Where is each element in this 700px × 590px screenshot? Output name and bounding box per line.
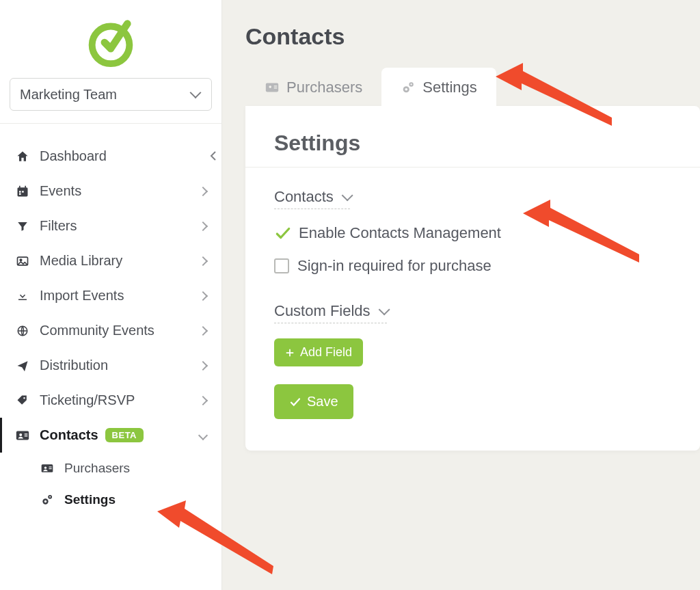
sidebar-item-community-events[interactable]: Community Events bbox=[0, 313, 221, 348]
logo-icon bbox=[85, 16, 137, 68]
sidebar-item-label: Community Events bbox=[40, 323, 154, 338]
section-label: Custom Fields bbox=[274, 302, 371, 320]
option-signin-required[interactable]: Sign-in required for purchase bbox=[274, 257, 671, 275]
subnav-item-label: Settings bbox=[64, 492, 116, 507]
svg-rect-7 bbox=[19, 193, 21, 195]
sidebar-item-dashboard[interactable]: Dashboard bbox=[0, 139, 221, 174]
plus-icon bbox=[285, 348, 295, 358]
id-card-icon bbox=[40, 461, 55, 476]
filter-icon bbox=[15, 219, 30, 234]
svg-point-9 bbox=[20, 259, 22, 261]
chevron-down-icon bbox=[378, 304, 390, 315]
svg-rect-18 bbox=[49, 468, 52, 469]
tab-purchasers[interactable]: Purchasers bbox=[245, 68, 381, 106]
subnav-item-label: Purchasers bbox=[64, 461, 130, 476]
svg-rect-5 bbox=[19, 191, 21, 193]
gear-icon bbox=[401, 80, 416, 95]
team-select[interactable]: Marketing Team bbox=[10, 78, 212, 111]
svg-point-28 bbox=[405, 88, 408, 91]
option-enable-contacts[interactable]: Enable Contacts Management bbox=[274, 224, 671, 242]
svg-point-24 bbox=[269, 85, 271, 88]
section-label: Contacts bbox=[274, 188, 334, 206]
contacts-subnav: Purchasers Settings bbox=[0, 453, 221, 515]
sidebar-item-ticketing[interactable]: Ticketing/RSVP bbox=[0, 383, 221, 418]
sidebar-item-label: Events bbox=[40, 183, 81, 199]
chevron-down-icon bbox=[198, 430, 208, 440]
chevron-right-icon bbox=[198, 325, 208, 335]
add-field-button[interactable]: Add Field bbox=[274, 338, 363, 366]
chevron-right-icon bbox=[198, 221, 208, 230]
chevron-down-icon bbox=[341, 189, 353, 201]
checkmark-icon bbox=[274, 224, 292, 242]
svg-rect-6 bbox=[22, 191, 24, 193]
sidebar-item-label: Contacts bbox=[40, 427, 98, 443]
sidebar-item-events[interactable]: Events bbox=[0, 174, 221, 209]
settings-panel: Settings Contacts Enable Contacts Manage… bbox=[245, 106, 700, 451]
subnav-item-settings[interactable]: Settings bbox=[25, 484, 221, 515]
option-label: Enable Contacts Management bbox=[299, 224, 501, 242]
svg-point-20 bbox=[44, 500, 46, 502]
sidebar-item-label: Ticketing/RSVP bbox=[40, 392, 135, 408]
svg-rect-25 bbox=[274, 85, 278, 86]
main-content: Contacts Purchasers Settings Settings Co… bbox=[222, 0, 700, 590]
sidebar-item-label: Filters bbox=[40, 218, 77, 234]
sidebar-item-label: Import Events bbox=[40, 288, 124, 304]
id-card-icon bbox=[265, 80, 280, 95]
tag-icon bbox=[15, 393, 30, 408]
svg-point-22 bbox=[49, 496, 51, 498]
section-contacts-toggle[interactable]: Contacts bbox=[274, 188, 350, 209]
sidebar-item-contacts[interactable]: Contacts BETA bbox=[0, 418, 221, 453]
sidebar-item-media-library[interactable]: Media Library bbox=[0, 243, 221, 278]
tab-label: Purchasers bbox=[286, 79, 362, 96]
tab-settings[interactable]: Settings bbox=[381, 68, 496, 106]
gear-icon bbox=[40, 492, 55, 507]
globe-icon bbox=[15, 323, 30, 338]
sidebar-item-label: Media Library bbox=[40, 253, 122, 269]
button-label: Add Field bbox=[300, 345, 352, 360]
tab-label: Settings bbox=[422, 79, 477, 96]
sidebar-item-filters[interactable]: Filters bbox=[0, 209, 221, 243]
svg-point-30 bbox=[411, 83, 412, 85]
calendar-icon bbox=[15, 184, 30, 199]
button-label: Save bbox=[307, 394, 338, 410]
chevron-right-icon bbox=[198, 395, 208, 405]
sidebar-item-label: Dashboard bbox=[40, 148, 107, 164]
option-label: Sign-in required for purchase bbox=[297, 257, 492, 275]
id-card-icon bbox=[15, 428, 30, 443]
image-icon bbox=[15, 254, 30, 269]
svg-rect-13 bbox=[25, 433, 28, 434]
sidebar: Marketing Team Dashboard Events bbox=[0, 0, 222, 590]
panel-title: Settings bbox=[274, 131, 671, 156]
section-custom-fields-toggle[interactable]: Custom Fields bbox=[274, 302, 387, 323]
chevron-right-icon bbox=[198, 186, 208, 196]
save-button[interactable]: Save bbox=[274, 384, 353, 419]
home-icon bbox=[15, 149, 30, 164]
main-nav: Dashboard Events Filters Media Library bbox=[0, 124, 221, 515]
beta-badge: BETA bbox=[105, 428, 144, 442]
sidebar-item-distribution[interactable]: Distribution bbox=[0, 348, 221, 383]
subnav-item-purchasers[interactable]: Purchasers bbox=[25, 453, 221, 484]
chevron-right-icon bbox=[198, 256, 208, 265]
page-title: Contacts bbox=[245, 23, 700, 50]
svg-rect-26 bbox=[274, 88, 278, 88]
sidebar-item-import-events[interactable]: Import Events bbox=[0, 278, 221, 313]
download-icon bbox=[15, 289, 30, 304]
check-icon bbox=[289, 396, 301, 408]
svg-rect-14 bbox=[25, 435, 28, 436]
chevron-right-icon bbox=[198, 360, 208, 370]
tabs: Purchasers Settings bbox=[245, 68, 700, 106]
svg-point-16 bbox=[44, 467, 46, 469]
divider bbox=[245, 167, 700, 167]
svg-rect-17 bbox=[49, 467, 52, 468]
checkbox-icon bbox=[274, 258, 289, 273]
svg-point-12 bbox=[19, 433, 22, 436]
sidebar-item-label: Distribution bbox=[40, 358, 108, 373]
chevron-right-icon bbox=[198, 291, 208, 300]
send-icon bbox=[15, 358, 30, 373]
logo bbox=[0, 0, 221, 75]
svg-rect-2 bbox=[18, 187, 28, 189]
